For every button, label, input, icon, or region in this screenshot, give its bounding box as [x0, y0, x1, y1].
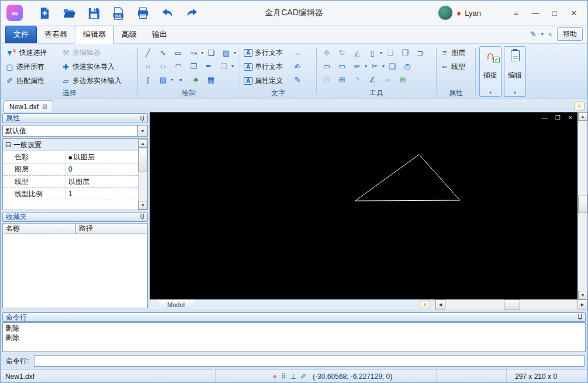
scroll-down-icon[interactable]: ▼ — [578, 291, 587, 300]
undo-button[interactable] — [158, 4, 176, 22]
table-icon[interactable]: ▦ — [203, 74, 219, 86]
dimension-icon[interactable]: ↔ — [290, 48, 305, 57]
app-menu-button[interactable]: ≡ — [509, 9, 524, 18]
scroll-track[interactable] — [578, 121, 587, 291]
quick-select-button[interactable]: ▼↯ 快速选择 — [4, 47, 60, 58]
scroll-thumb[interactable] — [504, 300, 520, 309]
pin-icon[interactable]: Џ — [578, 314, 582, 320]
triangle-entity[interactable] — [355, 155, 460, 201]
property-row-linetype[interactable]: 线型 以图层 — [3, 176, 138, 188]
image-icon[interactable]: ♣ — [188, 74, 203, 86]
text-edit-icon[interactable]: ✍ — [290, 61, 305, 71]
preset-combobox[interactable]: 默认值 ▼ — [2, 125, 148, 137]
new-file-button[interactable] — [36, 4, 53, 22]
spline-icon[interactable]: ʃ — [140, 74, 155, 86]
property-row-color[interactable]: 色彩 ■以图层 — [3, 151, 138, 163]
offset-icon[interactable]: ▯ — [365, 47, 380, 59]
trim-icon[interactable]: ✂ — [367, 60, 382, 72]
note-edit-icon[interactable]: ✎ — [290, 75, 305, 84]
layer-new-icon[interactable]: ⊞ — [395, 74, 410, 86]
edit-caret-icon[interactable]: ▾ — [514, 90, 516, 95]
edit-button[interactable]: 编辑 ▾ — [504, 46, 526, 97]
mtext-button[interactable]: A 多行文本 — [243, 46, 284, 60]
grid-snap-toggle-icon[interactable]: ⠿ — [281, 372, 286, 381]
export-pdf-button[interactable]: PDF — [109, 4, 127, 22]
hatch-region-icon[interactable]: ▨ — [219, 47, 234, 59]
property-grid-scrollbar[interactable]: ▲ ▼ — [138, 139, 147, 210]
osnap-toggle-icon[interactable]: ⌖ — [273, 372, 277, 381]
save-button[interactable] — [85, 4, 102, 22]
canvas-horizontal-scrollbar[interactable]: ◀ ▶ — [435, 300, 587, 309]
scroll-up-icon[interactable]: ▲ — [139, 139, 147, 148]
chamfer-icon[interactable]: ∠ — [365, 74, 380, 86]
column-header-path[interactable]: 路径 — [76, 223, 148, 234]
paste-block-icon[interactable]: ▭ — [319, 60, 334, 72]
document-tab[interactable]: New1.dxf ⊠ — [4, 100, 53, 112]
align-icon[interactable]: ⊐ — [413, 47, 428, 59]
erase-icon[interactable]: ✏ — [350, 60, 365, 72]
scroll-right-icon[interactable]: ▶ — [577, 300, 587, 309]
pen-icon[interactable]: ✒ — [201, 60, 216, 72]
linetype-button[interactable]: ╍ 线型 — [439, 60, 473, 74]
open-file-button[interactable] — [60, 4, 78, 22]
paste-icon[interactable]: ▭ — [334, 60, 350, 72]
circle-icon[interactable]: ○ — [140, 60, 155, 72]
property-group-row[interactable]: ⊟ 一般设置 — [3, 139, 138, 151]
ortho-toggle-icon[interactable]: ⊥ — [290, 372, 296, 381]
scroll-track[interactable] — [445, 300, 577, 309]
combo-arrow-icon[interactable]: ▼ — [137, 126, 147, 136]
snap-caret-icon[interactable]: ▾ — [489, 90, 492, 95]
scroll-down-icon[interactable]: ▼ — [139, 201, 147, 210]
insert-block-icon[interactable]: ❏ — [203, 47, 219, 59]
scroll-track[interactable] — [139, 148, 147, 201]
drawing-canvas[interactable]: — ❐ ✕ — [150, 112, 577, 300]
print-button[interactable] — [134, 4, 151, 22]
redo-button[interactable] — [183, 4, 200, 22]
scroll-thumb[interactable] — [578, 196, 587, 213]
scroll-up-icon[interactable]: ▲ — [578, 112, 587, 121]
hatch-region-caret-icon[interactable]: ▾ — [234, 50, 236, 55]
minimize-button[interactable]: — — [528, 9, 543, 18]
single-text-button[interactable]: A 单行文本 — [243, 60, 284, 74]
polygon-entity-input-button[interactable]: ▱ 多边形实体输入 — [60, 75, 133, 86]
polyline-icon[interactable]: ↝ — [186, 47, 201, 59]
close-button[interactable]: ✕ — [566, 9, 582, 18]
ellipse-icon[interactable]: ○ — [155, 60, 171, 72]
fillet-icon[interactable]: ◝ — [350, 74, 365, 86]
column-header-name[interactable]: 名称 — [2, 223, 76, 234]
canvas-vertical-scrollbar[interactable]: ▲ ▼ — [577, 112, 587, 300]
copy-timed-icon[interactable]: ❐ — [397, 47, 413, 59]
tab-advanced[interactable]: 高级 — [114, 26, 144, 43]
property-row-ltscale[interactable]: 线型比例 1 — [3, 188, 138, 200]
mdi-close-icon[interactable]: ✕ — [568, 114, 573, 121]
tab-editor[interactable]: 编辑器 — [75, 26, 114, 44]
property-row-layer[interactable]: 图层 0 — [3, 163, 138, 176]
select-all-button[interactable]: ▢ 选择所有 — [4, 61, 60, 72]
maximize-button[interactable]: □ — [547, 9, 562, 18]
copy-entity-icon[interactable]: ❐ — [186, 60, 201, 72]
command-input[interactable] — [34, 355, 584, 367]
document-tab-close-icon[interactable]: ⊠ — [42, 103, 47, 110]
layers-button[interactable]: ≡ 图层 — [439, 46, 473, 60]
draw-mode-toggle-icon[interactable]: ✐ — [300, 372, 306, 381]
attribute-define-button[interactable]: A 属性定义 — [243, 74, 284, 88]
scroll-left-icon[interactable]: ◀ — [435, 300, 445, 309]
help-button[interactable]: 帮助 — [557, 27, 583, 41]
snap-button[interactable]: ∩✔ 捕捉 ▾ — [479, 46, 501, 97]
tab-file[interactable]: 文件 — [5, 26, 37, 43]
tabrow-chevron-button[interactable]: ∨ — [574, 102, 584, 110]
user-avatar[interactable] — [438, 5, 453, 20]
collapse-group-icon[interactable]: ⊟ — [5, 141, 11, 149]
mdi-restore-icon[interactable]: ❐ — [555, 114, 561, 121]
scroll-thumb[interactable] — [139, 148, 147, 172]
tab-output[interactable]: 输出 — [144, 26, 175, 43]
hatch-icon[interactable]: ▨ — [155, 74, 171, 86]
arc-icon[interactable]: ◠ — [171, 60, 186, 72]
match-properties-button[interactable]: ✐ 匹配属性 — [4, 75, 60, 86]
measure-time-icon[interactable]: ◷ — [400, 60, 415, 72]
sketch-icon[interactable]: ∿ — [155, 47, 171, 59]
scale-icon[interactable]: ⊞ — [334, 74, 350, 86]
annotate-icon[interactable]: ✎ — [530, 30, 537, 39]
rectangle-icon[interactable]: ▭ — [171, 47, 186, 59]
account-area[interactable]: ♦ Lyan — [438, 5, 504, 20]
